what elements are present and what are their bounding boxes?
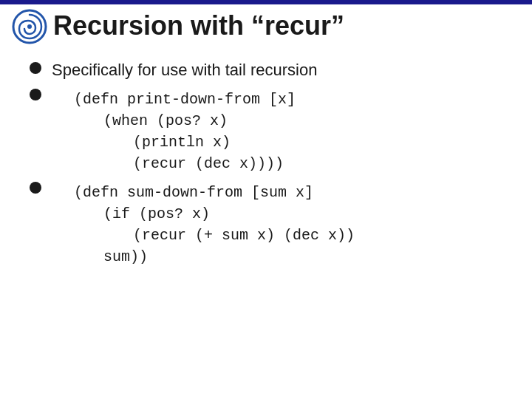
top-bar	[0, 0, 532, 4]
bullet-item-2: (defn print-down-from [x] (when (pos? x)…	[30, 86, 502, 174]
bullet-dot-2	[30, 89, 41, 100]
code-line-1-2: (when (pos? x)	[103, 110, 296, 132]
slide: Recursion with “recur” Specifically for …	[0, 0, 532, 399]
code-block-2: (defn sum-down-from [sum x] (if (pos? x)…	[74, 182, 355, 267]
bullet-dot-1	[30, 62, 41, 74]
bullet-item-3: (defn sum-down-from [sum x] (if (pos? x)…	[30, 179, 502, 267]
code-line-1-4: (recur (dec x))))	[133, 153, 296, 174]
bullet-item-1: Specifically for use with tail recursion	[30, 59, 502, 81]
code-line-2-1: (defn sum-down-from [sum x]	[74, 182, 355, 203]
content-area: Specifically for use with tail recursion…	[30, 59, 502, 384]
code-line-2-4: sum))	[103, 246, 355, 267]
logo	[12, 9, 47, 44]
svg-point-1	[27, 24, 32, 29]
code-line-2-2: (if (pos? x)	[103, 203, 355, 225]
page-title: Recursion with “recur”	[53, 10, 344, 41]
code-block-1: (defn print-down-from [x] (when (pos? x)…	[74, 89, 296, 174]
bullet-text-1: Specifically for use with tail recursion	[52, 59, 317, 81]
bullet-dot-3	[30, 182, 41, 194]
code-line-1-1: (defn print-down-from [x]	[74, 89, 296, 110]
code-line-2-3: (recur (+ sum x) (dec x))	[133, 225, 355, 246]
code-line-1-3: (println x)	[133, 132, 296, 153]
